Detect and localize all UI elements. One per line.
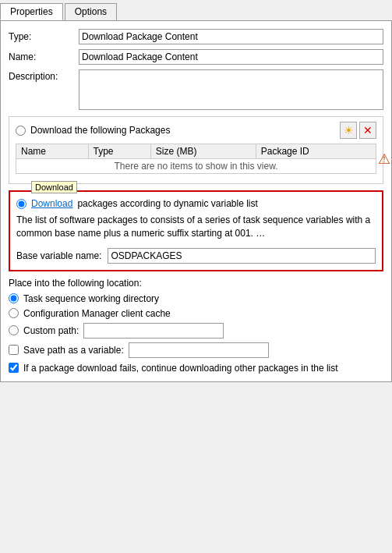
packages-radio-left: Download the following Packages: [16, 125, 170, 136]
task-seq-label: Task sequence working directory: [23, 293, 159, 304]
continue-download-label: If a package download fails, continue do…: [23, 363, 338, 374]
col-name: Name: [16, 144, 89, 159]
name-label: Name:: [9, 51, 79, 62]
cm-cache-label: Configuration Manager client cache: [23, 308, 171, 319]
description-label: Description:: [9, 69, 79, 82]
save-path-option: Save path as a variable:: [9, 342, 383, 358]
info-icon[interactable]: ⚠: [378, 151, 390, 168]
custom-path-radio[interactable]: [9, 325, 19, 335]
cm-cache-radio[interactable]: [9, 308, 19, 318]
col-size: Size (MB): [150, 144, 256, 159]
main-content: Type: Name: Description: Download the fo…: [0, 21, 392, 382]
name-input[interactable]: [79, 49, 383, 65]
download-tooltip-wrapper: Download Download: [31, 198, 72, 209]
save-path-label: Save path as a variable:: [23, 345, 124, 356]
col-pkgid: Package ID: [256, 144, 376, 159]
description-row: Description:: [9, 69, 383, 110]
dynamic-radio[interactable]: [16, 199, 26, 209]
packages-section: Download the following Packages ☀ ✕ Name…: [9, 116, 383, 184]
dynamic-description: The list of software packages to consist…: [16, 214, 376, 240]
packages-table: Name Type Size (MB) Package ID There are…: [16, 144, 376, 174]
base-var-label: Base variable name:: [16, 250, 101, 261]
dynamic-header: Download Download packages according to …: [16, 198, 376, 209]
packages-radio-label: Download the following Packages: [30, 125, 170, 136]
packages-table-wrapper: Name Type Size (MB) Package ID There are…: [16, 144, 376, 174]
remove-package-button[interactable]: ✕: [359, 122, 376, 139]
save-path-input[interactable]: [129, 342, 269, 358]
packages-header: Download the following Packages ☀ ✕: [16, 122, 376, 139]
packages-buttons: ☀ ✕: [340, 122, 376, 139]
empty-row: There are no items to show in this view.: [16, 159, 376, 174]
location-label: Place into the following location:: [9, 278, 383, 289]
type-label: Type:: [9, 31, 79, 42]
description-textarea[interactable]: [79, 69, 383, 110]
bottom-checkbox-row: If a package download fails, continue do…: [9, 363, 383, 374]
custom-path-label: Custom path:: [23, 325, 79, 336]
custom-path-option: Custom path:: [9, 323, 383, 339]
cm-cache-option: Configuration Manager client cache: [9, 308, 383, 319]
base-var-input[interactable]: [108, 248, 376, 264]
tab-bar: Properties Options: [0, 0, 392, 21]
tab-properties[interactable]: Properties: [0, 3, 63, 20]
add-package-button[interactable]: ☀: [340, 122, 357, 139]
tab-options[interactable]: Options: [65, 3, 117, 20]
name-row: Name:: [9, 49, 383, 65]
task-seq-option: Task sequence working directory: [9, 293, 383, 304]
type-row: Type:: [9, 29, 383, 44]
download-tooltip: Download: [31, 181, 77, 193]
empty-message: There are no items to show in this view.: [16, 159, 376, 174]
save-path-checkbox[interactable]: [9, 345, 19, 355]
task-seq-radio[interactable]: [9, 293, 19, 303]
custom-path-input[interactable]: [83, 323, 224, 339]
packages-radio[interactable]: [16, 126, 26, 136]
col-type: Type: [88, 144, 150, 159]
base-var-row: Base variable name:: [16, 248, 376, 264]
dynamic-section: Download Download packages according to …: [9, 190, 383, 271]
continue-download-checkbox[interactable]: [9, 363, 19, 373]
type-input[interactable]: [79, 29, 383, 44]
download-link[interactable]: Download: [31, 198, 72, 209]
dynamic-radio-label: packages according to dynamic variable l…: [77, 198, 257, 209]
